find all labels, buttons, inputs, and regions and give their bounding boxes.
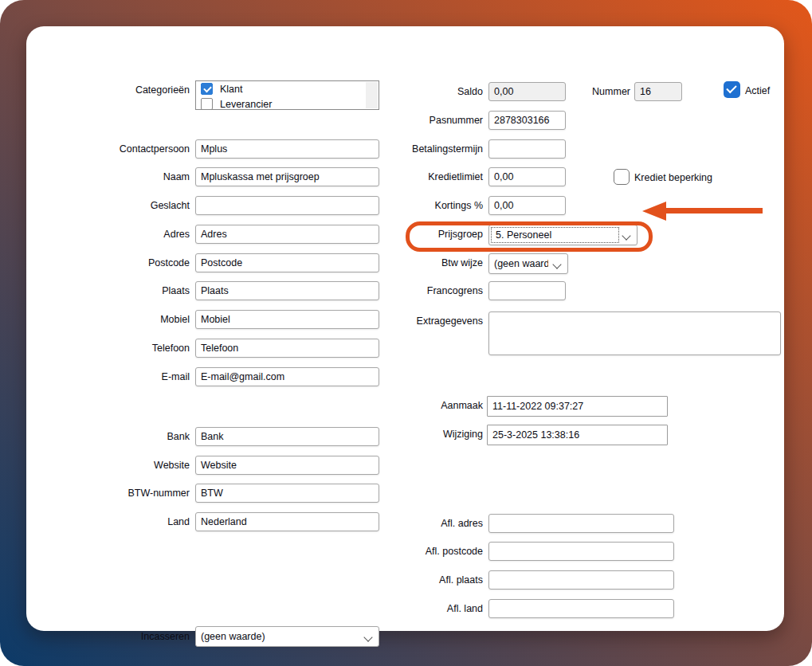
land-label: Land (50, 515, 190, 528)
leverancier-checkbox[interactable] (201, 98, 213, 110)
francogrens-label: Francogrens (389, 284, 483, 297)
prijsgroep-dropdown[interactable]: 5. Personeel (488, 225, 637, 245)
contactpersoon-input[interactable]: Mplus (195, 139, 379, 159)
kortings-label: Kortings % (389, 199, 483, 212)
btw-wijze-label: Btw wijze (389, 257, 483, 269)
postcode-input[interactable]: Postcode (195, 253, 379, 272)
postcode-label: Postcode (50, 257, 190, 269)
website-input[interactable]: Website (195, 456, 379, 475)
afl-postcode-label: Afl. postcode (389, 545, 483, 558)
geslacht-label: Geslacht (50, 199, 190, 212)
pasnummer-input[interactable]: 2878303166 (488, 111, 566, 130)
wijziging-input: 25-3-2025 13:38:16 (487, 425, 668, 445)
website-label: Website (50, 459, 190, 472)
afl-plaats-label: Afl. plaats (389, 574, 483, 586)
categorieen-label: Categorieën (50, 84, 190, 96)
extragegevens-textarea[interactable] (488, 311, 781, 355)
btw-wijze-dropdown[interactable]: (geen waarde) (488, 253, 568, 274)
telefoon-label: Telefoon (50, 342, 190, 355)
btw-wijze-value: (geen waarde) (494, 254, 548, 273)
email-label: E-mail (50, 370, 190, 383)
contactpersoon-label: Contactpersoon (50, 143, 190, 155)
chevron-down-icon (552, 260, 561, 268)
francogrens-input[interactable] (488, 281, 566, 300)
category-option-leverancier[interactable]: Leverancier (196, 96, 379, 110)
leverancier-label: Leverancier (220, 99, 272, 110)
adres-input[interactable]: Adres (195, 225, 379, 244)
naam-input[interactable]: Mpluskassa met prijsgroep (195, 167, 379, 186)
saldo-input: 0,00 (488, 82, 566, 101)
prijsgroep-value: 5. Personeel (494, 225, 618, 245)
telefoon-input[interactable]: Telefoon (195, 339, 379, 358)
extragegevens-label: Extragegevens (389, 315, 483, 327)
mobiel-input[interactable]: Mobiel (195, 310, 379, 329)
afl-plaats-input[interactable] (488, 570, 674, 590)
betalingstermijn-input[interactable] (488, 139, 566, 159)
category-option-klant[interactable]: Klant (196, 81, 379, 96)
afl-land-input[interactable] (488, 599, 674, 618)
bank-label: Bank (50, 430, 190, 443)
naam-label: Naam (50, 170, 190, 183)
plaats-label: Plaats (50, 284, 190, 297)
wijziging-label: Wijziging (389, 428, 483, 441)
btw-nummer-input[interactable]: BTW (195, 484, 379, 503)
nummer-label: Nummer (575, 85, 630, 98)
actief-checkbox[interactable] (724, 81, 740, 98)
saldo-label: Saldo (389, 85, 483, 98)
land-input[interactable]: Nederland (195, 512, 379, 531)
afl-adres-label: Afl. adres (389, 517, 483, 530)
email-input[interactable]: E-mail@gmail.com (195, 367, 379, 386)
plaats-input[interactable]: Plaats (195, 281, 379, 300)
betalingstermijn-label: Betalingstermijn (389, 143, 483, 155)
adres-label: Adres (50, 228, 190, 241)
btw-nummer-label: BTW-nummer (50, 487, 190, 500)
kortings-input[interactable]: 0,00 (488, 196, 566, 215)
bank-input[interactable]: Bank (195, 427, 379, 446)
aanmaak-input: 11-11-2022 09:37:27 (487, 396, 668, 417)
incasseren-value: (geen waarde) (201, 627, 359, 646)
kredietlimiet-label: Kredietlimiet (389, 170, 483, 183)
incasseren-dropdown[interactable]: (geen waarde) (195, 626, 379, 647)
afl-adres-input[interactable] (488, 514, 674, 533)
afl-postcode-input[interactable] (488, 542, 674, 561)
actief-checkbox-label: Actief (745, 84, 770, 97)
nummer-input: 16 (634, 82, 682, 101)
categorieen-listbox[interactable]: Klant Leverancier (195, 80, 379, 110)
incasseren-label: Incasseren (50, 630, 190, 643)
krediet-beperking-label: Krediet beperking (634, 171, 712, 184)
screenshot-stage: Categorieën Contactpersoon Naam Geslacht… (0, 0, 812, 666)
geslacht-input[interactable] (195, 196, 379, 215)
kredietlimiet-input[interactable]: 0,00 (488, 167, 566, 186)
pasnummer-label: Pasnummer (389, 114, 483, 127)
chevron-down-icon (363, 633, 372, 641)
prijsgroep-label: Prijsgroep (389, 228, 483, 241)
customer-form-window: Categorieën Contactpersoon Naam Geslacht… (26, 26, 784, 631)
mobiel-label: Mobiel (50, 313, 190, 326)
krediet-beperking-checkbox[interactable] (614, 169, 630, 185)
chevron-down-icon (622, 231, 630, 240)
aanmaak-label: Aanmaak (389, 399, 483, 412)
listbox-scrollbar[interactable] (366, 82, 378, 108)
klant-checkbox[interactable] (201, 83, 213, 95)
afl-land-label: Afl. land (389, 602, 483, 615)
klant-label: Klant (220, 84, 243, 95)
